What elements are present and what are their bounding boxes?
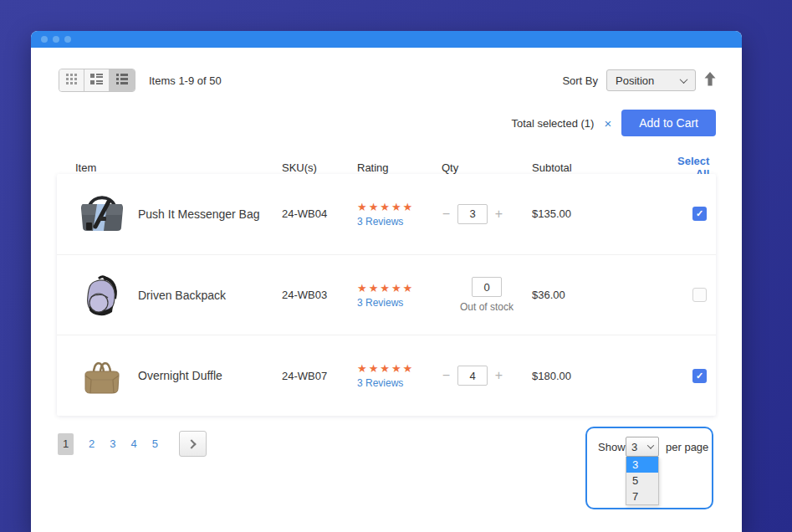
list-view-button[interactable] — [110, 69, 135, 91]
qty-decrease-button[interactable]: − — [442, 368, 451, 383]
page-link-5[interactable]: 5 — [148, 437, 162, 450]
per-page-options-dropdown: 3 5 7 — [626, 457, 659, 505]
grid-view-button[interactable] — [59, 69, 84, 91]
qty-input[interactable] — [457, 366, 488, 386]
chevron-down-icon — [647, 442, 654, 448]
page-link-3[interactable]: 3 — [105, 437, 120, 450]
reviews-link[interactable]: 3 Reviews — [357, 216, 442, 228]
rating-cell: ★★★★★ 3 Reviews — [357, 282, 442, 309]
row-checkbox-checked[interactable]: ✓ — [692, 207, 707, 221]
grid-extended-view-button[interactable] — [84, 69, 110, 91]
subtotal-value: $180.00 — [532, 370, 677, 382]
app-window: Items 1-9 of 50 Sort By Position Total s… — [31, 31, 742, 532]
rating-cell: ★★★★★ 3 Reviews — [357, 201, 442, 228]
product-sku: 24-WB04 — [282, 207, 357, 220]
column-header-sku: SKU(s) — [282, 161, 357, 174]
sort-by-label: Sort By — [562, 74, 598, 87]
items-count: Items 1-9 of 50 — [149, 74, 222, 87]
checkbox-cell: ✓ — [677, 207, 716, 221]
chevron-right-icon — [187, 439, 196, 448]
total-selected-label: Total selected (1) — [511, 117, 594, 130]
per-page-option-7[interactable]: 7 — [626, 489, 658, 504]
sort-group: Sort By Position — [562, 69, 716, 91]
window-control-dot[interactable] — [41, 36, 48, 43]
per-page-select[interactable]: 3 — [626, 437, 659, 457]
subtotal-value: $135.00 — [532, 207, 677, 220]
table-row: Driven Backpack 24-WB03 ★★★★★ 3 Reviews … — [57, 254, 716, 335]
desktop-background: Items 1-9 of 50 Sort By Position Total s… — [0, 0, 792, 532]
sort-by-value: Position — [616, 74, 654, 87]
sort-direction-ascending-button[interactable] — [704, 72, 716, 90]
column-header-item: Item — [57, 161, 138, 174]
column-header-subtotal: Subtotal — [532, 161, 677, 174]
star-rating-icons: ★★★★★ — [357, 362, 442, 375]
selection-bar: Total selected (1) × Add to Cart — [511, 110, 716, 136]
next-page-button[interactable] — [179, 431, 207, 457]
window-titlebar — [31, 31, 742, 48]
qty-cell: Out of stock — [442, 277, 532, 313]
column-header-qty: Qty — [442, 161, 532, 174]
qty-decrease-button[interactable]: − — [442, 207, 451, 222]
product-sku: 24-WB03 — [282, 289, 357, 301]
arrow-up-icon — [704, 72, 716, 90]
table-row: Push It Messenger Bag 24-WB04 ★★★★★ 3 Re… — [57, 174, 716, 254]
page-current: 1 — [58, 433, 74, 455]
qty-increase-button[interactable]: + — [494, 207, 503, 222]
rating-cell: ★★★★★ 3 Reviews — [357, 362, 442, 389]
table-header: Item SKU(s) Rating Qty Subtotal Select A… — [57, 155, 716, 171]
chevron-down-icon — [680, 75, 688, 84]
product-image-duffle[interactable] — [57, 353, 138, 398]
grid-view-icon — [66, 74, 77, 87]
page-link-4[interactable]: 4 — [126, 437, 141, 450]
product-name[interactable]: Overnight Duffle — [138, 369, 282, 382]
window-control-dot[interactable] — [64, 36, 71, 43]
qty-increase-button[interactable]: + — [494, 368, 503, 383]
per-page-option-3[interactable]: 3 — [626, 457, 658, 473]
product-name[interactable]: Push It Messenger Bag — [138, 207, 282, 221]
qty-input[interactable] — [472, 277, 502, 297]
window-control-dot[interactable] — [53, 36, 59, 43]
product-name[interactable]: Driven Backpack — [138, 289, 282, 302]
checkbox-cell: ✓ — [677, 369, 716, 383]
per-page-value: 3 — [631, 441, 637, 453]
show-label: Show — [598, 441, 626, 453]
per-page-widget: Show 3 per page 3 5 7 — [585, 427, 713, 509]
check-icon: ✓ — [696, 371, 703, 381]
per-page-label: per page — [666, 441, 708, 453]
qty-cell: − + — [442, 204, 532, 224]
qty-input[interactable] — [457, 204, 488, 224]
stock-status: Out of stock — [460, 301, 514, 313]
product-image-backpack[interactable] — [57, 272, 138, 319]
star-rating-icons: ★★★★★ — [357, 282, 442, 294]
page-link-2[interactable]: 2 — [84, 437, 99, 450]
list-view-icon — [116, 74, 128, 87]
sort-by-select[interactable]: Position — [606, 69, 696, 91]
check-icon: ✓ — [696, 208, 703, 219]
reviews-link[interactable]: 3 Reviews — [357, 297, 442, 309]
subtotal-value: $36.00 — [532, 289, 677, 301]
row-checkbox-unchecked[interactable] — [692, 288, 707, 302]
pagination: 1 2 3 4 5 — [58, 431, 207, 457]
product-sku: 24-WB07 — [282, 370, 357, 382]
star-rating-icons: ★★★★★ — [357, 201, 442, 213]
add-to-cart-button[interactable]: Add to Cart — [621, 110, 716, 136]
checkbox-cell — [677, 288, 716, 302]
row-checkbox-checked[interactable]: ✓ — [692, 369, 707, 383]
table-row: Overnight Duffle 24-WB07 ★★★★★ 3 Reviews… — [57, 335, 716, 416]
grid-extended-view-icon — [90, 74, 103, 87]
product-image-messenger-bag[interactable] — [57, 192, 138, 237]
view-mode-switcher — [59, 69, 135, 92]
qty-cell: − + — [442, 366, 532, 386]
reviews-link[interactable]: 3 Reviews — [357, 377, 442, 389]
per-page-option-5[interactable]: 5 — [626, 473, 658, 489]
column-header-rating: Rating — [357, 161, 442, 174]
product-table: Push It Messenger Bag 24-WB04 ★★★★★ 3 Re… — [57, 174, 716, 416]
clear-selection-button[interactable]: × — [604, 117, 611, 130]
